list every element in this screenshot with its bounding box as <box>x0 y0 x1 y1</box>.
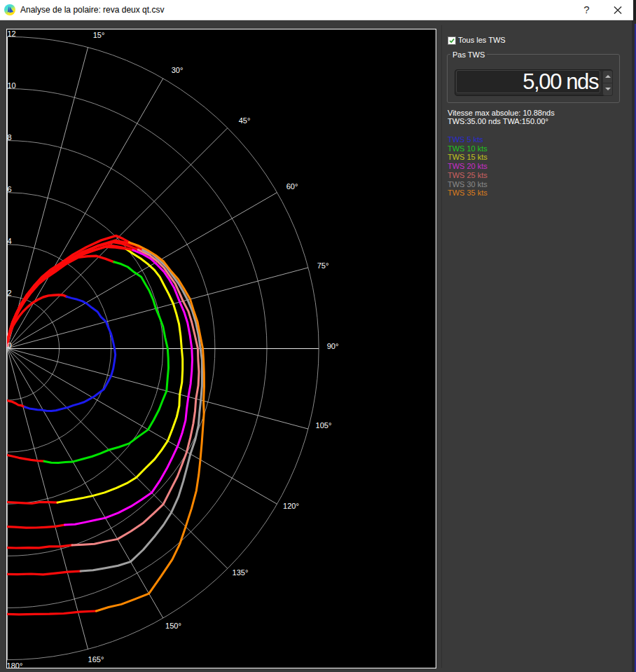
svg-text:45°: 45° <box>239 116 251 125</box>
svg-text:8: 8 <box>8 133 12 142</box>
svg-text:12: 12 <box>8 29 16 38</box>
svg-text:30°: 30° <box>172 66 184 74</box>
svg-text:15°: 15° <box>93 31 105 39</box>
svg-text:90°: 90° <box>327 342 339 350</box>
svg-text:75°: 75° <box>317 261 329 270</box>
svg-text:165°: 165° <box>88 655 104 664</box>
svg-text:0: 0 <box>8 341 12 350</box>
svg-text:180°: 180° <box>7 661 23 668</box>
svg-text:4: 4 <box>8 237 12 245</box>
svg-text:150°: 150° <box>165 622 181 630</box>
svg-text:10: 10 <box>8 81 16 90</box>
svg-text:6: 6 <box>8 185 12 193</box>
svg-text:2: 2 <box>8 289 12 297</box>
svg-text:105°: 105° <box>316 421 332 430</box>
svg-text:120°: 120° <box>283 502 299 510</box>
svg-text:135°: 135° <box>233 568 249 577</box>
svg-text:60°: 60° <box>286 182 298 191</box>
